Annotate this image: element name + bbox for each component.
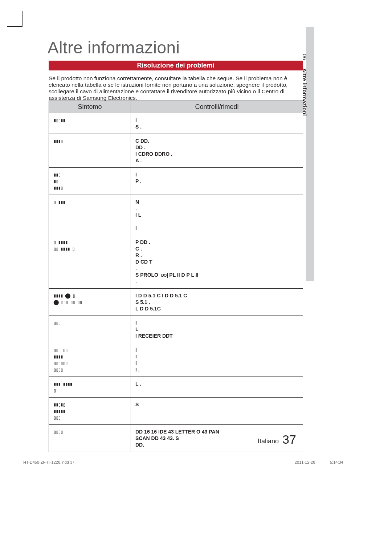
symptom-text: ▯▯▯ ▯▯ ▮▮▮▮ ▯▯▯▯▯▯ ▯▯▯▯: [53, 347, 68, 373]
remedy-cell: N . I L I: [131, 195, 303, 235]
remedy-cell: C DD. DD . I CDRO DDRO . A .: [131, 134, 303, 168]
table-row: ▯ ▮▮▮N . I L I: [49, 195, 303, 235]
table-row: ▮▮▯ ▮▯ ▮▮▮▯I P .: [49, 168, 303, 195]
table-row: ▯▯▯I L I RECEIER DDT: [49, 316, 303, 343]
table-row: ▯▯▯ ▯▯ ▮▮▮▮ ▯▯▯▯▯▯ ▯▯▯▯I I I I .: [49, 343, 303, 377]
symptom-cell: ▯ ▮▮▮▮ ▯▯ ▮▮▮▮ ▯: [49, 235, 131, 289]
table-row: ▮▮▮▯C DD. DD . I CDRO DDRO . A .: [49, 134, 303, 168]
table-header-symptom: Sintomo: [49, 101, 131, 113]
symptom-cell: ▮▮▮▯: [49, 134, 131, 168]
remedy-cell: S: [131, 398, 303, 425]
table-row: ▯ ▮▮▮▮ ▯▯ ▮▮▮▮ ▯P DD . C . R . D CD T . …: [49, 235, 303, 289]
page-title: Altre informazioni: [48, 38, 180, 57]
footer-page-number: 37: [282, 432, 296, 447]
chapter-number: 06: [302, 54, 308, 61]
footer-language: Italiano: [258, 438, 279, 445]
symptom-text: ▯▯▯: [53, 320, 60, 326]
remedy-cell: I I I I .: [131, 343, 303, 377]
remedy-cell: L .: [131, 377, 303, 398]
symptom-text: ▯ ▮▮▮: [53, 199, 65, 205]
symptom-text: ▮▯▯▮▮: [53, 117, 65, 123]
troubleshooting-table: Sintomo Controlli/rimedi ▮▯▯▮▮I S .▮▮▮▯C…: [49, 101, 303, 452]
symptom-cell: ▮▮▯▮▯ ▮▮▮▮▮ ▯▯▯: [49, 398, 131, 425]
footer-time: 5:14:34: [330, 460, 343, 464]
symptom-text: ▯▯▯▯: [53, 429, 63, 435]
table-row: ▮▯▯▮▮I S .: [49, 113, 303, 134]
section-header: Risoluzione dei problemi: [49, 61, 303, 70]
symptom-text: ▮▮▮▯: [53, 138, 63, 144]
symptom-cell: ▮▮▮▮ ⬤ ▯ ⬤ ▯▯▯ ▯▯ ▯▯: [49, 289, 131, 316]
symptom-cell: ▮▮▮ ▮▮▮▮ ▯: [49, 377, 131, 398]
symptom-cell: ▯▯▯▯: [49, 425, 131, 452]
side-tab-top: [306, 27, 314, 54]
symptom-cell: ▮▮▯ ▮▯ ▮▮▮▯: [49, 168, 131, 195]
symptom-text: ▮▮▮ ▮▮▮▮ ▯: [53, 381, 72, 393]
dolby-pl2-icon: DO: [160, 273, 168, 278]
footer-date: 2011-12-28: [295, 460, 315, 464]
footer-filename: HT-D450-ZF-IT-1228.indd 37: [23, 460, 74, 464]
crop-mark-horizontal: [7, 26, 23, 27]
table-row: ▮▮▮▮ ⬤ ▯ ⬤ ▯▯▯ ▯▯ ▯▯I D D 5.1 C I D D 5.…: [49, 289, 303, 316]
remedy-cell: I D D 5.1 C I D D 5.1 C S 5.1 . L D D 5.…: [131, 289, 303, 316]
symptom-text: ▮▮▯▮▯ ▮▮▮▮▮ ▯▯▯: [53, 402, 65, 420]
symptom-text: ▮▮▯ ▮▯ ▮▮▮▯: [53, 172, 63, 191]
symptom-cell: ▮▯▯▮▮: [49, 113, 131, 134]
remedy-cell: I P .: [131, 168, 303, 195]
table-row: ▮▮▮ ▮▮▮▮ ▯L .: [49, 377, 303, 398]
symptom-cell: ▯ ▮▮▮: [49, 195, 131, 235]
remedy-cell: I L I RECEIER DDT: [131, 316, 303, 343]
manual-page: 06 Altre informazioni Altre informazioni…: [0, 0, 392, 537]
symptom-cell: ▯▯▯ ▯▯ ▮▮▮▮ ▯▯▯▯▯▯ ▯▯▯▯: [49, 343, 131, 377]
remedy-cell: P DD . C . R . D CD T . S PROLO DO PL II…: [131, 235, 303, 289]
symptom-cell: ▯▯▯: [49, 316, 131, 343]
intro-paragraph: Se il prodotto non funziona correttament…: [49, 75, 303, 101]
table-row: ▮▮▯▮▯ ▮▮▮▮▮ ▯▯▯S: [49, 398, 303, 425]
symptom-text: ▯ ▮▮▮▮ ▯▯ ▮▮▮▮ ▯: [53, 239, 74, 252]
remedy-cell: I S .: [131, 113, 303, 134]
table-header-remedy: Controlli/rimedi: [131, 101, 303, 113]
crop-mark-vertical: [23, 11, 23, 26]
symptom-text: ▮▮▮▮ ⬤ ▯ ⬤ ▯▯▯ ▯▯ ▯▯: [53, 293, 82, 305]
